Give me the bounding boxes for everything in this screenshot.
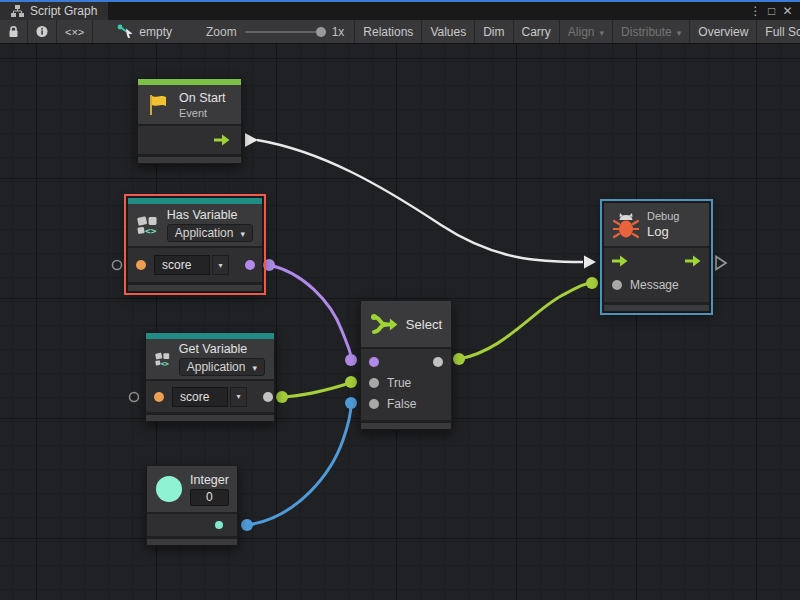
node-title: Integer xyxy=(190,473,229,487)
value-output-port[interactable] xyxy=(263,392,273,402)
message-input-port[interactable] xyxy=(612,280,622,290)
svg-text:<>: <> xyxy=(145,225,157,236)
lock-button[interactable] xyxy=(0,20,28,43)
zoom-label: Zoom xyxy=(206,25,237,39)
node-get-variable[interactable]: <> Get Variable Application ▾ score ▾ xyxy=(145,332,275,422)
node-on-start[interactable]: On Start Event xyxy=(137,78,242,164)
chevron-down-icon: ▾ xyxy=(252,363,257,373)
lock-icon xyxy=(8,25,19,38)
variable-name-dropdown[interactable]: ▾ xyxy=(230,387,247,407)
flag-icon xyxy=(147,93,171,117)
zoom-slider-knob[interactable] xyxy=(316,27,326,37)
node-title: Select xyxy=(406,317,442,332)
relations-button[interactable]: Relations xyxy=(354,20,421,43)
name-input-port[interactable] xyxy=(154,392,164,402)
chevron-down-icon: ▾ xyxy=(240,229,245,239)
wire-select-to-log[interactable] xyxy=(459,283,592,359)
node-debug-log[interactable]: Debug Log Message xyxy=(603,202,710,312)
bool-output-port[interactable] xyxy=(245,260,255,270)
unconnected-control-triangle[interactable] xyxy=(716,257,726,270)
title-bar: Script Graph ⋮ □ ✕ xyxy=(0,0,800,20)
chevron-down-icon: ▾ xyxy=(677,28,682,38)
carry-button[interactable]: Carry xyxy=(513,20,559,43)
name-input-port[interactable] xyxy=(136,260,146,270)
wire-cap xyxy=(241,519,253,531)
close-icon[interactable]: ✕ xyxy=(780,4,795,18)
node-header: Debug Log xyxy=(604,203,709,246)
wire-cap xyxy=(345,376,357,388)
align-button[interactable]: Align ▾ xyxy=(559,20,612,43)
node-footer xyxy=(604,302,709,311)
control-output-port[interactable] xyxy=(214,134,230,146)
dim-button[interactable]: Dim xyxy=(474,20,512,43)
control-input-port[interactable] xyxy=(612,255,628,267)
false-port-label: False xyxy=(387,397,416,411)
values-button[interactable]: Values xyxy=(421,20,474,43)
scope-dropdown[interactable]: Application ▾ xyxy=(167,224,253,242)
node-has-variable[interactable]: <> Has Variable Application ▾ score ▾ xyxy=(127,197,263,292)
chevron-down-icon: ▾ xyxy=(600,28,605,38)
variable-icon: <> xyxy=(137,211,159,239)
node-title: Log xyxy=(647,224,679,239)
wire-cap xyxy=(586,277,598,289)
scope-dropdown[interactable]: Application ▾ xyxy=(179,358,265,376)
angle-brackets-button[interactable]: <×> xyxy=(57,20,93,43)
zoom-slider[interactable] xyxy=(245,31,323,33)
message-port-label: Message xyxy=(630,278,679,292)
node-integer[interactable]: Integer 0 xyxy=(146,465,238,546)
variable-icon: <> xyxy=(155,345,171,373)
integer-output-port[interactable] xyxy=(215,521,223,529)
wire-hasvariable-to-select[interactable] xyxy=(269,265,351,359)
wire-integer-to-select[interactable] xyxy=(247,404,351,525)
false-input-port[interactable] xyxy=(369,399,379,409)
graph-pointer[interactable]: empty xyxy=(117,24,172,39)
true-input-port[interactable] xyxy=(369,378,379,388)
node-select[interactable]: Select True False xyxy=(360,300,452,430)
maximize-icon[interactable]: □ xyxy=(764,4,779,18)
wire-onstart-to-log[interactable] xyxy=(257,140,583,262)
node-header: <> Has Variable Application ▾ xyxy=(128,204,262,246)
info-icon xyxy=(36,25,48,38)
wire-cap xyxy=(453,353,465,365)
node-footer xyxy=(146,412,274,421)
toolbar-buttons: Relations Values Dim Carry Align ▾ Distr… xyxy=(354,20,800,43)
condition-input-port[interactable] xyxy=(369,357,379,367)
graph-canvas[interactable]: On Start Event <> Has Variabl xyxy=(0,44,800,600)
wire-arrowhead xyxy=(245,133,258,147)
node-ports: Message xyxy=(604,246,709,302)
wire-getvariable-to-select[interactable] xyxy=(282,383,350,397)
script-graph-icon xyxy=(11,5,24,17)
unconnected-port-ring[interactable] xyxy=(130,393,139,402)
wire-cap xyxy=(345,397,357,409)
wire-cap xyxy=(263,259,275,271)
tab-script-graph[interactable]: Script Graph xyxy=(0,2,108,20)
distribute-button[interactable]: Distribute ▾ xyxy=(612,20,689,43)
variable-name-field[interactable]: score xyxy=(154,255,210,275)
node-footer xyxy=(128,282,262,291)
fullscreen-button[interactable]: Full Screen xyxy=(756,20,800,43)
selection-output-port[interactable] xyxy=(433,357,443,367)
wire-arrowhead xyxy=(584,256,596,269)
control-output-port[interactable] xyxy=(685,255,701,267)
node-subtitle: Event xyxy=(179,107,226,119)
graph-pointer-label: empty xyxy=(139,25,172,39)
node-header: Select xyxy=(361,301,451,347)
svg-text:<>: <> xyxy=(161,360,169,368)
node-ports: score ▾ xyxy=(128,246,262,282)
angle-brackets-icon: <×> xyxy=(65,26,84,38)
node-title: Has Variable xyxy=(167,208,253,222)
unconnected-port-ring[interactable] xyxy=(113,261,122,270)
window-menu-icon[interactable]: ⋮ xyxy=(748,4,763,18)
info-button[interactable] xyxy=(28,20,57,43)
overview-button[interactable]: Overview xyxy=(689,20,756,43)
node-ports xyxy=(138,124,241,154)
integer-value-field[interactable]: 0 xyxy=(190,489,229,506)
zoom-value: 1x xyxy=(332,25,345,39)
wire-cap xyxy=(276,391,288,403)
node-title: On Start xyxy=(179,91,226,105)
chevron-down-icon: ▾ xyxy=(236,392,240,401)
variable-name-field[interactable]: score xyxy=(172,387,228,407)
tab-title: Script Graph xyxy=(30,4,97,18)
variable-name-dropdown[interactable]: ▾ xyxy=(212,255,229,275)
true-port-label: True xyxy=(387,376,411,390)
